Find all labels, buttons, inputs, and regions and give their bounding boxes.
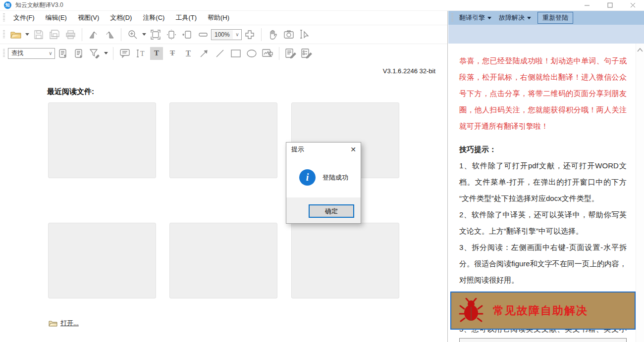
toolbar-separator	[113, 47, 113, 60]
troubleshoot-dropdown[interactable]: 故障解决	[496, 12, 536, 24]
next-result-icon[interactable]	[72, 47, 85, 60]
login-success-dialog: 提示 ✕ i 登陆成功 确定	[286, 142, 361, 224]
maximize-button[interactable]	[598, 0, 621, 11]
version-label: V3.1.6.2246 32-bit	[383, 67, 435, 75]
toolbar-separator	[261, 28, 262, 41]
window-title: 知云文献翻译V3.0	[15, 1, 576, 9]
chevron-down-icon	[527, 17, 531, 19]
strikeout-icon[interactable]: T	[166, 47, 179, 60]
recent-file-placeholder[interactable]	[169, 223, 277, 298]
tip-item: 1、软件除了可打开pdf文献，还可打开WORD文档。文件菜单-打开，在弹出的打开…	[459, 157, 627, 206]
save-all-icon[interactable]	[48, 28, 61, 41]
filter-dropdown-caret[interactable]	[104, 52, 108, 54]
zoom-dropdown-caret[interactable]	[142, 33, 146, 36]
zoom-level-value: 100%	[212, 30, 233, 39]
ok-button[interactable]: 确定	[309, 204, 354, 218]
select-tool-icon[interactable]	[298, 28, 311, 41]
toolbar-separator	[121, 28, 121, 41]
toolbar-gripper	[3, 30, 5, 39]
menu-document[interactable]: 文档(D)	[105, 12, 137, 24]
toolbar-separator	[279, 47, 279, 60]
recent-file-placeholder[interactable]	[291, 223, 399, 298]
menu-bar: 文件(F) 编辑(E) 视图(V) 文档(D) 注释(C) 工具(T) 帮助(H…	[0, 11, 447, 25]
troubleshoot-label: 故障解决	[499, 13, 525, 22]
tips-heading: 技巧提示：	[459, 141, 627, 157]
zoom-level-combobox[interactable]: 100% ∨	[211, 29, 242, 40]
panel-body: 恭喜，您已经登陆成功啦！划动选中单词、句子或段落，松开鼠标，右侧就给出翻译！进入…	[448, 44, 644, 342]
panel-header-strip	[448, 25, 644, 44]
common-fault-button[interactable]: 常见故障自助解决	[450, 292, 636, 330]
minimize-button[interactable]	[576, 0, 598, 11]
find-combobox[interactable]: 查找 ∨	[8, 48, 55, 59]
info-icon: i	[299, 169, 316, 186]
menu-help[interactable]: 帮助(H)	[202, 12, 235, 24]
title-bar: 知 知云文献翻译V3.0	[0, 0, 644, 11]
recent-file-placeholder[interactable]	[48, 223, 156, 298]
recent-files-page: V3.1.6.2246 32-bit 最近阅读文件: 打开...	[0, 62, 447, 342]
prev-result-icon[interactable]	[56, 47, 69, 60]
hand-tool-icon[interactable]	[267, 28, 279, 41]
open-folder-icon[interactable]	[9, 28, 22, 41]
snapshot-icon[interactable]	[282, 28, 295, 41]
fit-width-icon[interactable]	[181, 28, 194, 41]
open-file-link[interactable]: 打开...	[49, 319, 79, 328]
dialog-title: 提示	[291, 145, 346, 154]
open-dropdown-caret[interactable]	[25, 33, 29, 36]
fit-visible-icon[interactable]	[149, 28, 162, 41]
folder-icon	[49, 320, 57, 327]
recent-file-placeholder[interactable]	[169, 102, 277, 178]
toolbar-main: 100% ∨	[0, 25, 447, 44]
bug-icon	[458, 298, 484, 324]
chevron-down-icon[interactable]: ∨	[47, 50, 54, 56]
menu-annotation[interactable]: 注释(C)	[137, 12, 170, 24]
arrow-icon[interactable]	[198, 47, 211, 60]
dialog-body: i 登陆成功	[286, 156, 361, 198]
zoom-out-icon[interactable]	[197, 28, 210, 41]
edit-form-icon[interactable]	[300, 47, 313, 60]
print-icon[interactable]	[64, 28, 77, 41]
insert-text-icon[interactable]: T	[134, 47, 147, 60]
scroll-up-icon[interactable]	[637, 48, 643, 52]
edit-note-icon[interactable]	[284, 47, 297, 60]
rotate-left-icon[interactable]	[87, 28, 100, 41]
menu-view[interactable]: 视图(V)	[72, 12, 105, 24]
menu-edit[interactable]: 编辑(E)	[40, 12, 72, 24]
dialog-titlebar[interactable]: 提示 ✕	[286, 143, 361, 156]
open-link-label: 打开...	[60, 319, 79, 328]
recent-files-heading: 最近阅读文件:	[47, 87, 94, 97]
app-logo-icon: 知	[4, 1, 11, 9]
translation-panel: 翻译引擎 故障解决 重新登陆 恭喜，您已经登陆成功啦！划动选中单词、句子或段落，…	[448, 11, 644, 342]
zoom-tool-icon[interactable]	[126, 28, 139, 41]
menu-tools[interactable]: 工具(T)	[170, 12, 202, 24]
toolbar-gripper	[451, 13, 453, 22]
dialog-message: 登陆成功	[322, 173, 348, 182]
rotate-right-icon[interactable]	[103, 28, 116, 41]
svg-text:T: T	[140, 50, 145, 57]
comment-icon[interactable]	[118, 47, 131, 60]
dialog-footer: 确定	[286, 197, 361, 223]
toolbar-separator	[82, 28, 82, 41]
menu-file[interactable]: 文件(F)	[8, 12, 40, 24]
translate-engine-dropdown[interactable]: 翻译引擎	[456, 12, 496, 24]
rectangle-icon[interactable]	[229, 47, 242, 60]
save-icon[interactable]	[32, 28, 45, 41]
partial-bottom-box	[459, 338, 627, 342]
toolbar-annotation: 查找 ∨ T T T T	[0, 44, 447, 62]
translate-engine-label: 翻译引擎	[459, 13, 485, 22]
fit-page-icon[interactable]	[165, 28, 178, 41]
dialog-close-icon[interactable]: ✕	[346, 143, 361, 156]
recent-file-placeholder[interactable]	[48, 102, 156, 178]
chevron-down-icon[interactable]: ∨	[233, 32, 241, 37]
ellipse-icon[interactable]	[245, 47, 258, 60]
stamp-icon[interactable]	[261, 47, 274, 60]
panel-scrollbar[interactable]	[636, 44, 644, 342]
zoom-in-icon[interactable]	[243, 28, 256, 41]
close-button[interactable]	[621, 0, 644, 11]
line-icon[interactable]	[214, 47, 226, 60]
tip-item: 3、拆分阅读：左侧画面中右键-页面设置-水平拆分。很适合阅读figure和文字不…	[459, 239, 627, 288]
relogin-button[interactable]: 重新登陆	[537, 12, 573, 24]
annotation-filter-icon[interactable]	[88, 47, 101, 60]
common-fault-label: 常见故障自助解决	[493, 303, 588, 318]
underline-icon[interactable]: T	[182, 47, 195, 60]
highlight-icon[interactable]: T	[150, 47, 163, 60]
